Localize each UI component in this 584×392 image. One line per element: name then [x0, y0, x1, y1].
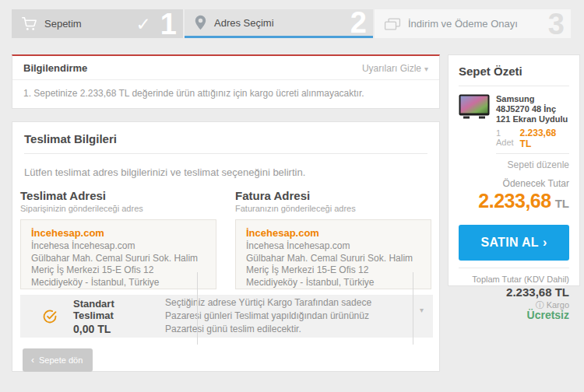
shipping-address-subtitle: Siparişinizin gönderileceği adres — [20, 204, 216, 213]
step-number: 2 — [350, 11, 367, 34]
edit-cart-link[interactable]: Sepeti düzenle — [496, 159, 569, 170]
step-label: Sepetim — [44, 18, 82, 30]
delivery-title: Teslimat Bilgileri — [12, 122, 439, 153]
product-info: Samsung 48J5270 48 İnç 121 Ekran Uydulu … — [496, 94, 569, 170]
divider — [413, 272, 413, 345]
address-phone: Tel: (850) 800 46 23 — [31, 289, 206, 289]
payable-currency: TL — [555, 197, 569, 210]
delivery-intro: Lütfen teslimat adres bilgilerinizi ve t… — [24, 166, 427, 178]
caret-down-icon[interactable]: ▾ — [420, 306, 424, 314]
divider — [459, 268, 569, 268]
product-row: Samsung 48J5270 48 İnç 121 Ekran Uydulu … — [459, 94, 569, 170]
hide-warnings-link[interactable]: Uyarıları Gizle▾ — [362, 63, 428, 74]
billing-address-subtitle: Faturanızın gönderileceği adres — [235, 204, 431, 213]
divider — [24, 153, 427, 154]
address-phone: Tel: (850) 800 46 23 — [246, 289, 420, 289]
billing-address-card[interactable]: İncehesap.com İncehesa İncehesap.com Gül… — [235, 219, 431, 289]
cart-summary-panel: Sepet Özeti Samsung 48J5270 48 — [448, 54, 580, 286]
chevron-left-icon: ‹ — [31, 355, 34, 366]
product-meta: 1 Adet 2.233,68 TL — [496, 128, 569, 149]
payable-amount: 2.233,68 — [478, 190, 551, 212]
address-recipient: İncehesa İncehesap.com — [31, 240, 206, 253]
product-price: 2.233,68 TL — [520, 128, 569, 149]
credit-card-icon — [384, 17, 401, 31]
divider — [496, 153, 569, 154]
billing-address-column: Fatura Adresi Faturanızın gönderileceği … — [235, 189, 431, 289]
chevron-right-icon: › — [543, 236, 547, 249]
step-number: 1 — [160, 12, 177, 36]
map-pin-icon — [194, 15, 207, 30]
shipping-option-main: Standart Teslimat 0,00 TL — [73, 298, 156, 335]
step-address[interactable]: Adres Seçimi 2 — [185, 9, 373, 38]
notice-message: 1. Sepetinize 2.233,68 TL değerinde ürün… — [12, 80, 439, 99]
total-amount: 2.233,68 TL — [459, 286, 569, 299]
caret-down-icon: ▾ — [424, 65, 428, 73]
shipping-address-card[interactable]: İncehesap.com İncehesa İncehesap.com Gül… — [20, 219, 216, 289]
notice-header: Bilgilendirme Uyarıları Gizle▾ — [12, 56, 439, 80]
address-columns: Teslimat Adresi Siparişinizin gönderilec… — [20, 189, 439, 289]
divider — [459, 86, 569, 86]
shipping-address-title: Teslimat Adresi — [20, 189, 216, 202]
product-quantity: 1 Adet — [496, 128, 520, 147]
shipping-option-row[interactable]: Standart Teslimat 0,00 TL Seçtiğiniz adr… — [20, 295, 433, 338]
billing-address-title: Fatura Adresi — [235, 189, 431, 202]
delivery-panel: Teslimat Bilgileri Lütfen teslimat adres… — [12, 121, 440, 372]
address-street: Gülbahar Mah. Cemal Sururi Sok. Halim Me… — [31, 253, 206, 289]
notice-title: Bilgilendirme — [23, 62, 87, 74]
cart-summary-title: Sepet Özeti — [459, 65, 569, 78]
cargo-free-value: Ücretsiz — [459, 310, 569, 321]
payable-amount-row: 2.233,68 TL — [459, 190, 569, 212]
shipping-option-description: Seçtiğiniz adrese Yürtiçi Kargo Tarafınd… — [165, 296, 396, 336]
shipping-option-name: Standart Teslimat — [73, 298, 156, 321]
product-name[interactable]: Samsung 48J5270 48 İnç 121 Ekran Uydulu — [496, 94, 569, 124]
step-label: Adres Seçimi — [214, 17, 274, 29]
address-company: İncehesap.com — [246, 227, 420, 239]
check-icon: ✓ — [136, 16, 151, 32]
payable-label: Ödenecek Tutar — [459, 179, 569, 189]
shipping-option-price: 0,00 TL — [73, 323, 156, 335]
checkout-stepper: Sepetim ✓ 1 Adres Seçimi 2 İndirim ve Öd… — [12, 9, 572, 38]
buy-button[interactable]: SATIN AL› — [459, 225, 569, 261]
divider — [197, 272, 198, 345]
address-street: Gülbahar Mah. Cemal Sururi Sok. Halim Me… — [246, 253, 420, 289]
address-company: İncehesap.com — [31, 227, 206, 239]
step-number: 3 — [548, 12, 565, 36]
notice-panel: Bilgilendirme Uyarıları Gizle▾ 1. Sepeti… — [12, 54, 440, 109]
shipping-address-column: Teslimat Adresi Siparişinizin gönderilec… — [20, 189, 216, 289]
total-label: Toplam Tutar (KDV Dahil) — [459, 275, 569, 284]
step-label: İndirim ve Ödeme Onayı — [408, 18, 518, 30]
back-to-cart-button[interactable]: ‹Sepete dön — [23, 348, 93, 372]
step-cart[interactable]: Sepetim ✓ 1 — [12, 9, 183, 38]
address-recipient: İncehesa İncehesap.com — [246, 240, 420, 253]
product-thumbnail[interactable] — [459, 94, 490, 170]
cart-icon — [21, 16, 37, 31]
step-payment[interactable]: İndirim ve Ödeme Onayı 3 — [375, 9, 571, 38]
check-circle-icon — [42, 309, 58, 324]
